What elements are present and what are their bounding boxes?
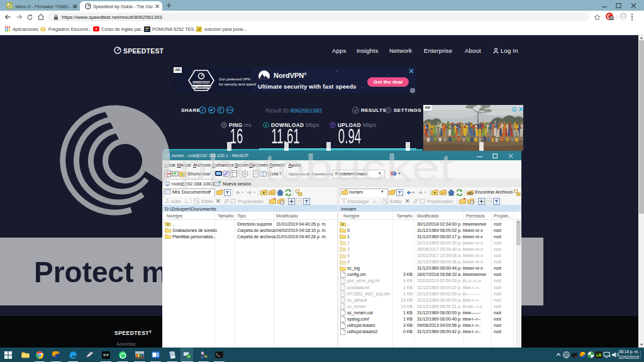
svg-text:RECOMMENDED: RECOMMENDED [191, 85, 211, 89]
svg-text:SPEEDTEST: SPEEDTEST [192, 81, 210, 84]
